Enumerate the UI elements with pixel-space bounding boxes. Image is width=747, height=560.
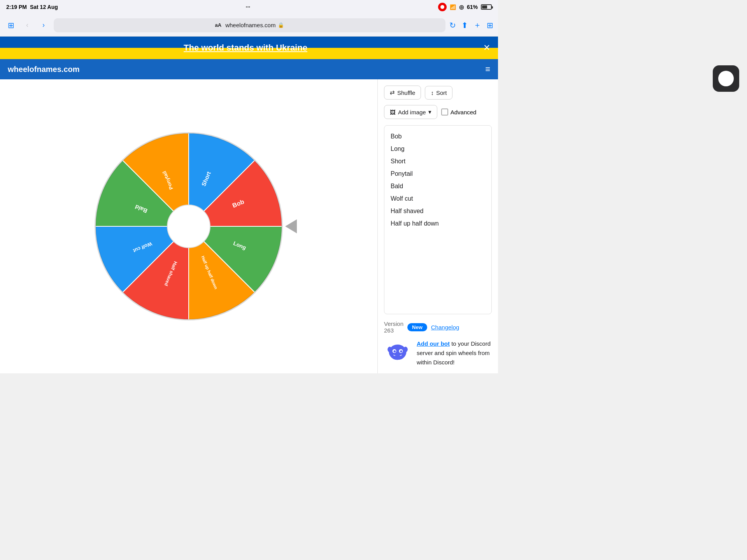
wheel-pointer xyxy=(285,219,297,233)
forward-button[interactable]: › xyxy=(37,19,50,32)
add-image-label: Add image xyxy=(398,109,426,116)
location-icon: ◎ xyxy=(459,4,464,10)
site-header: wheelofnames.com ≡ xyxy=(0,59,498,79)
main-content: Bob Long Half up half down Half shaved W… xyxy=(0,79,498,373)
shuffle-label: Shuffle xyxy=(397,89,415,96)
record-button xyxy=(438,3,447,11)
svg-point-15 xyxy=(400,350,402,353)
shuffle-icon: ⇄ xyxy=(390,89,395,96)
back-button[interactable]: ‹ xyxy=(21,19,33,32)
site-logo: wheelofnames.com xyxy=(8,65,80,74)
time: 2:19 PM xyxy=(6,4,27,10)
version-label: Version 263 xyxy=(384,320,403,334)
version-row: Version 263 New Changelog xyxy=(384,320,492,334)
ukraine-text: The world stands with Ukraine xyxy=(8,43,483,53)
list-item: Short xyxy=(391,155,485,168)
names-list[interactable]: BobLongShortPonytailBaldWolf cutHalf sha… xyxy=(384,125,492,314)
svg-point-8 xyxy=(167,205,210,248)
svg-point-17 xyxy=(403,347,408,352)
list-item: Ponytail xyxy=(391,168,485,180)
sort-icon: ↕ xyxy=(431,89,434,96)
list-item: Bob xyxy=(391,130,485,143)
url-text: wheelofnames.com xyxy=(225,22,275,28)
wheel-svg[interactable]: Bob Long Half up half down Half shaved W… xyxy=(88,125,290,327)
status-dots: ··· xyxy=(246,4,251,10)
image-icon: 🖼 xyxy=(390,109,396,116)
sort-label: Sort xyxy=(436,89,447,96)
wifi-icon: 📶 xyxy=(450,4,456,10)
svg-point-14 xyxy=(394,350,396,353)
address-bar[interactable]: aA wheelofnames.com 🔒 xyxy=(54,18,445,32)
svg-point-16 xyxy=(388,347,392,352)
lock-icon: 🔒 xyxy=(278,22,284,28)
wheel-area[interactable]: Bob Long Half up half down Half shaved W… xyxy=(0,79,377,373)
new-badge: New xyxy=(407,323,427,331)
list-item: Bald xyxy=(391,180,485,192)
new-tab-button[interactable]: ＋ xyxy=(473,20,481,30)
hamburger-menu-button[interactable]: ≡ xyxy=(485,64,490,74)
ukraine-banner: The world stands with Ukraine ✕ xyxy=(0,37,498,59)
list-item: Half shaved xyxy=(391,205,485,217)
reload-button[interactable]: ↻ xyxy=(449,21,456,30)
sidebar-toggle-button[interactable]: ⊞ xyxy=(5,19,17,32)
add-image-dropdown-icon: ▾ xyxy=(428,108,431,116)
advanced-checkbox[interactable] xyxy=(441,108,448,116)
discord-text: Add our bot to your Discord server and s… xyxy=(417,339,492,367)
shuffle-button[interactable]: ⇄ Shuffle xyxy=(384,86,421,100)
panel-toolbar: ⇄ Shuffle ↕ Sort xyxy=(384,86,492,100)
share-button[interactable]: ⬆ xyxy=(461,21,468,30)
browser-chrome: ⊞ ‹ › aA wheelofnames.com 🔒 ↻ ⬆ ＋ ⊞ xyxy=(0,14,498,37)
date: Sat 12 Aug xyxy=(30,4,58,10)
right-panel: ⇄ Shuffle ↕ Sort 🖼 Add image ▾ Advanced … xyxy=(377,79,498,373)
battery-icon xyxy=(481,4,492,10)
add-image-button[interactable]: 🖼 Add image ▾ xyxy=(384,105,437,119)
advanced-label: Advanced xyxy=(451,109,477,116)
aa-label: aA xyxy=(215,22,222,28)
list-item: Long xyxy=(391,143,485,155)
battery-percent: 61% xyxy=(467,4,478,10)
sort-button[interactable]: ↕ Sort xyxy=(425,86,452,100)
changelog-link[interactable]: Changelog xyxy=(431,324,459,331)
list-item: Wolf cut xyxy=(391,192,485,205)
tabs-button[interactable]: ⊞ xyxy=(487,21,493,30)
ukraine-close-button[interactable]: ✕ xyxy=(483,43,490,53)
discord-logo xyxy=(384,339,411,366)
list-item: Half up half down xyxy=(391,217,485,230)
status-bar: 2:19 PM Sat 12 Aug ··· 📶 ◎ 61% xyxy=(0,0,498,14)
discord-section: Add our bot to your Discord server and s… xyxy=(384,339,492,367)
wheel-container[interactable]: Bob Long Half up half down Half shaved W… xyxy=(88,125,290,327)
svg-point-18 xyxy=(392,355,403,360)
discord-link[interactable]: Add our bot xyxy=(417,340,450,347)
advanced-checkbox-label[interactable]: Advanced xyxy=(441,108,477,116)
browser-actions: ↻ ⬆ ＋ ⊞ xyxy=(449,20,493,30)
panel-toolbar-row2: 🖼 Add image ▾ Advanced xyxy=(384,105,492,119)
